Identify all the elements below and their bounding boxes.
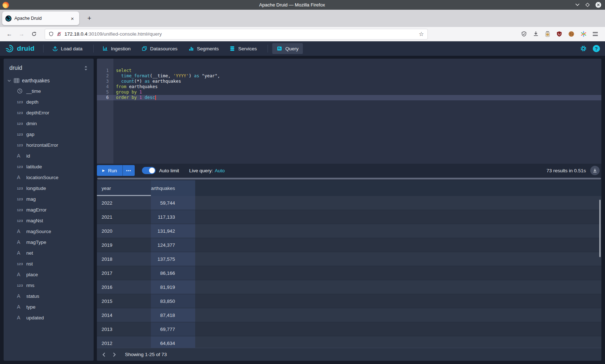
table-row[interactable]: 202259,744 [97, 196, 601, 210]
column-item-latitude[interactable]: 123latitude [4, 161, 94, 172]
editor-code[interactable]: select time_format(__time, 'YYYY') as "y… [113, 59, 601, 164]
column-item-__time[interactable]: __time [4, 86, 94, 96]
downloads-icon[interactable] [533, 31, 539, 37]
column-item-longitude[interactable]: 123longitude [4, 183, 94, 194]
insecure-lock-icon[interactable] [57, 31, 62, 37]
run-more-button[interactable]: ••• [122, 165, 135, 176]
nav-datasources[interactable]: Datasources [137, 43, 182, 54]
table-row[interactable]: 2021117,133 [97, 210, 601, 224]
cell-year[interactable]: 2016 [97, 280, 151, 294]
colorful-asterisk-icon[interactable] [581, 31, 587, 37]
nav-query[interactable]: Query [272, 43, 303, 54]
table-row[interactable]: 2018137,575 [97, 252, 601, 266]
nav-services[interactable]: Services [225, 43, 261, 54]
extension-jar-icon[interactable] [545, 31, 550, 37]
table-row[interactable]: 201583,850 [97, 294, 601, 308]
window-close-icon[interactable] [595, 2, 601, 8]
next-page-button[interactable] [109, 350, 119, 360]
druid-logo[interactable]: druid [5, 44, 35, 53]
table-row[interactable]: 201487,418 [97, 308, 601, 322]
table-row[interactable]: 201681,919 [97, 280, 601, 294]
bookmark-star-icon[interactable]: ☆ [419, 31, 424, 37]
column-item-net[interactable]: Anet [4, 247, 94, 258]
cell-year[interactable]: 2014 [97, 308, 151, 322]
cell-year[interactable]: 2020 [97, 224, 151, 238]
table-row[interactable]: 201369,777 [97, 322, 601, 336]
column-item-rms[interactable]: 123rms [4, 280, 94, 291]
table-row[interactable]: 201786,166 [97, 266, 601, 280]
url-bar[interactable]: 172.18.0.4:30109/unified-console.html#qu… [45, 29, 428, 40]
column-item-id[interactable]: Aid [4, 150, 94, 161]
cell-year[interactable]: 2019 [97, 238, 151, 252]
code-line-5[interactable]: group by 1 [113, 90, 601, 95]
table-row[interactable]: 201264,634 [97, 336, 601, 348]
column-item-place[interactable]: Aplace [4, 269, 94, 280]
cell-year[interactable]: 2018 [97, 252, 151, 266]
cell-year[interactable]: 2013 [97, 322, 151, 336]
nav-load-data[interactable]: Load data [48, 43, 87, 54]
reload-button[interactable] [29, 29, 39, 39]
cell-earthquakes[interactable]: 81,919 [151, 280, 195, 294]
chevron-down-icon[interactable] [7, 79, 11, 83]
cell-year[interactable]: 2021 [97, 210, 151, 224]
browser-tab[interactable]: Apache Druid × [2, 12, 79, 25]
cell-earthquakes[interactable]: 87,418 [151, 308, 195, 322]
cell-earthquakes[interactable]: 59,744 [151, 196, 195, 210]
code-line-3[interactable]: count(*) as earthquakes [113, 79, 601, 84]
column-item-gap[interactable]: 123gap [4, 129, 94, 140]
cell-year[interactable]: 2017 [97, 266, 151, 280]
nav-segments[interactable]: Segments [184, 43, 223, 54]
sort-carets-icon[interactable] [84, 65, 88, 71]
column-item-depthError[interactable]: 123depthError [4, 107, 94, 118]
settings-gear-icon[interactable] [580, 45, 587, 52]
table-row[interactable]: 2019124,377 [97, 238, 601, 252]
run-button[interactable]: ▶ Run [97, 165, 122, 176]
cell-earthquakes[interactable]: 137,575 [151, 252, 195, 266]
code-line-1[interactable]: select [113, 68, 601, 73]
sql-editor[interactable]: 123456 select time_format(__time, 'YYYY'… [97, 59, 601, 164]
cell-earthquakes[interactable]: 69,777 [151, 322, 195, 336]
tab-close-icon[interactable]: × [69, 15, 76, 22]
prev-page-button[interactable] [99, 350, 109, 360]
nav-ingestion[interactable]: Ingestion [98, 43, 135, 54]
column-item-type[interactable]: Atype [4, 301, 94, 312]
protections-shield-icon[interactable] [521, 31, 527, 37]
cell-earthquakes[interactable]: 131,942 [151, 224, 195, 238]
column-item-locationSource[interactable]: AlocationSource [4, 172, 94, 183]
window-minimize-icon[interactable] [575, 3, 580, 6]
column-item-magType[interactable]: AmagType [4, 237, 94, 247]
cell-earthquakes[interactable]: 86,166 [151, 266, 195, 280]
column-item-nst[interactable]: 123nst [4, 258, 94, 269]
column-item-depth[interactable]: 123depth [4, 96, 94, 107]
cell-earthquakes[interactable]: 83,850 [151, 294, 195, 308]
horizontal-scrollbar[interactable] [97, 178, 601, 179]
live-query-value[interactable]: Auto [215, 168, 225, 173]
column-item-magError[interactable]: 123magError [4, 204, 94, 215]
permissions-shield-icon[interactable] [49, 31, 54, 37]
back-button[interactable]: ← [4, 29, 14, 39]
cell-year[interactable]: 2012 [97, 336, 151, 348]
download-results-button[interactable] [590, 166, 600, 175]
cell-year[interactable]: 2015 [97, 294, 151, 308]
cell-earthquakes[interactable]: 117,133 [151, 210, 195, 224]
cookie-extension-icon[interactable] [568, 31, 574, 37]
new-tab-button[interactable]: + [84, 13, 94, 23]
table-tree-item[interactable]: earthquakes [4, 76, 94, 86]
vertical-scrollbar[interactable] [599, 200, 601, 257]
code-line-2[interactable]: time_format(__time, 'YYYY') as "year", [113, 73, 601, 79]
column-item-magSource[interactable]: AmagSource [4, 226, 94, 237]
ublock-icon[interactable] [556, 31, 562, 37]
window-maximize-icon[interactable] [585, 3, 590, 7]
column-item-updated[interactable]: Aupdated [4, 312, 94, 323]
code-line-6[interactable]: order by 1 desc [113, 95, 601, 100]
auto-limit-toggle[interactable] [142, 167, 156, 174]
cell-year[interactable]: 2022 [97, 196, 151, 210]
column-header-year[interactable]: year [97, 180, 151, 196]
cell-earthquakes[interactable]: 124,377 [151, 238, 195, 252]
column-item-dmin[interactable]: 123dmin [4, 118, 94, 129]
table-row[interactable]: 2020131,942 [97, 224, 601, 238]
cell-earthquakes[interactable]: 64,634 [151, 336, 195, 348]
code-line-4[interactable]: from earthquakes [113, 84, 601, 90]
help-icon[interactable]: ? [593, 45, 600, 52]
menu-hamburger-icon[interactable] [593, 31, 598, 37]
